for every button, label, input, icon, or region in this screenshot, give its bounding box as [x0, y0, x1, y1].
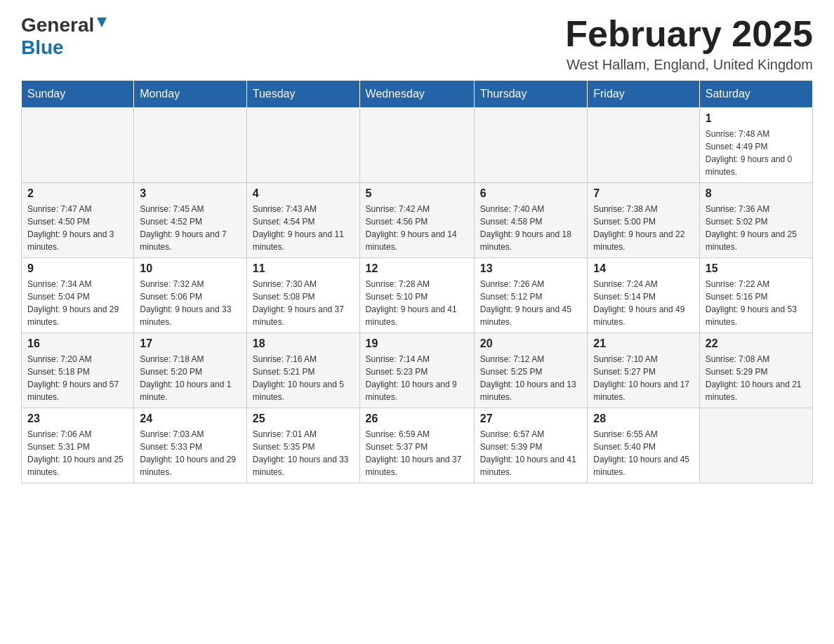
- calendar-cell: 28Sunrise: 6:55 AMSunset: 5:40 PMDayligh…: [588, 408, 699, 483]
- calendar-cell: 20Sunrise: 7:12 AMSunset: 5:25 PMDayligh…: [474, 333, 587, 408]
- day-info: Sunrise: 7:42 AMSunset: 4:56 PMDaylight:…: [366, 203, 468, 253]
- day-number: 16: [27, 337, 128, 350]
- day-number: 6: [480, 187, 581, 200]
- day-number: 1: [706, 112, 807, 125]
- calendar-cell: [474, 108, 587, 183]
- day-info: Sunrise: 6:57 AMSunset: 5:39 PMDaylight:…: [480, 428, 581, 478]
- day-info: Sunrise: 7:38 AMSunset: 5:00 PMDaylight:…: [593, 203, 693, 253]
- calendar-header-sunday: Sunday: [22, 81, 134, 108]
- calendar-cell: 19Sunrise: 7:14 AMSunset: 5:23 PMDayligh…: [359, 333, 474, 408]
- calendar-week-row: 23Sunrise: 7:06 AMSunset: 5:31 PMDayligh…: [22, 408, 813, 483]
- day-number: 26: [366, 412, 468, 425]
- calendar-cell: 24Sunrise: 7:03 AMSunset: 5:33 PMDayligh…: [134, 408, 247, 483]
- day-number: 17: [140, 337, 241, 350]
- day-number: 10: [140, 262, 241, 275]
- day-number: 7: [593, 187, 693, 200]
- day-info: Sunrise: 7:43 AMSunset: 4:54 PMDaylight:…: [253, 203, 354, 253]
- day-info: Sunrise: 7:34 AMSunset: 5:04 PMDaylight:…: [27, 278, 128, 328]
- location-text: West Hallam, England, United Kingdom: [565, 57, 813, 73]
- calendar-cell: 12Sunrise: 7:28 AMSunset: 5:10 PMDayligh…: [359, 258, 474, 333]
- calendar-cell: 9Sunrise: 7:34 AMSunset: 5:04 PMDaylight…: [22, 258, 134, 333]
- calendar-cell: [359, 108, 474, 183]
- day-number: 12: [366, 262, 468, 275]
- calendar-cell: 21Sunrise: 7:10 AMSunset: 5:27 PMDayligh…: [588, 333, 699, 408]
- day-number: 2: [27, 187, 128, 200]
- calendar-header-monday: Monday: [134, 81, 247, 108]
- day-info: Sunrise: 7:45 AMSunset: 4:52 PMDaylight:…: [140, 203, 241, 253]
- logo-arrow-icon: [94, 15, 110, 33]
- svg-marker-0: [97, 18, 107, 27]
- calendar-cell: 2Sunrise: 7:47 AMSunset: 4:50 PMDaylight…: [22, 183, 134, 258]
- calendar-cell: [588, 108, 699, 183]
- day-info: Sunrise: 7:28 AMSunset: 5:10 PMDaylight:…: [366, 278, 468, 328]
- page-header: General Blue February 2025 West Hallam, …: [21, 14, 813, 73]
- calendar-header-tuesday: Tuesday: [246, 81, 359, 108]
- day-number: 3: [140, 187, 241, 200]
- day-number: 5: [366, 187, 468, 200]
- day-number: 24: [140, 412, 241, 425]
- logo-blue-text: Blue: [21, 36, 64, 59]
- day-number: 9: [27, 262, 128, 275]
- day-info: Sunrise: 7:08 AMSunset: 5:29 PMDaylight:…: [706, 353, 807, 403]
- day-info: Sunrise: 7:32 AMSunset: 5:06 PMDaylight:…: [140, 278, 241, 328]
- day-info: Sunrise: 7:30 AMSunset: 5:08 PMDaylight:…: [253, 278, 354, 328]
- calendar-week-row: 16Sunrise: 7:20 AMSunset: 5:18 PMDayligh…: [22, 333, 813, 408]
- day-info: Sunrise: 7:20 AMSunset: 5:18 PMDaylight:…: [27, 353, 128, 403]
- day-info: Sunrise: 7:47 AMSunset: 4:50 PMDaylight:…: [27, 203, 128, 253]
- day-number: 8: [706, 187, 807, 200]
- day-info: Sunrise: 7:26 AMSunset: 5:12 PMDaylight:…: [480, 278, 581, 328]
- day-number: 13: [480, 262, 581, 275]
- calendar-cell: 7Sunrise: 7:38 AMSunset: 5:00 PMDaylight…: [588, 183, 699, 258]
- calendar-header-saturday: Saturday: [699, 81, 812, 108]
- day-info: Sunrise: 7:36 AMSunset: 5:02 PMDaylight:…: [706, 203, 807, 253]
- calendar-cell: 14Sunrise: 7:24 AMSunset: 5:14 PMDayligh…: [588, 258, 699, 333]
- title-section: February 2025 West Hallam, England, Unit…: [565, 14, 813, 73]
- day-info: Sunrise: 7:22 AMSunset: 5:16 PMDaylight:…: [706, 278, 807, 328]
- day-number: 22: [706, 337, 807, 350]
- day-number: 20: [480, 337, 581, 350]
- calendar-cell: 23Sunrise: 7:06 AMSunset: 5:31 PMDayligh…: [22, 408, 134, 483]
- calendar-cell: 26Sunrise: 6:59 AMSunset: 5:37 PMDayligh…: [359, 408, 474, 483]
- day-info: Sunrise: 7:01 AMSunset: 5:35 PMDaylight:…: [253, 428, 354, 478]
- calendar-cell: 15Sunrise: 7:22 AMSunset: 5:16 PMDayligh…: [699, 258, 812, 333]
- day-number: 28: [593, 412, 693, 425]
- day-number: 14: [593, 262, 693, 275]
- calendar-cell: 6Sunrise: 7:40 AMSunset: 4:58 PMDaylight…: [474, 183, 587, 258]
- day-info: Sunrise: 7:48 AMSunset: 4:49 PMDaylight:…: [706, 128, 807, 178]
- calendar-cell: 13Sunrise: 7:26 AMSunset: 5:12 PMDayligh…: [474, 258, 587, 333]
- calendar-cell: [246, 108, 359, 183]
- calendar-cell: 27Sunrise: 6:57 AMSunset: 5:39 PMDayligh…: [474, 408, 587, 483]
- calendar-cell: 5Sunrise: 7:42 AMSunset: 4:56 PMDaylight…: [359, 183, 474, 258]
- calendar-header-row: SundayMondayTuesdayWednesdayThursdayFrid…: [22, 81, 813, 108]
- calendar-cell: 16Sunrise: 7:20 AMSunset: 5:18 PMDayligh…: [22, 333, 134, 408]
- day-number: 25: [253, 412, 354, 425]
- day-info: Sunrise: 7:14 AMSunset: 5:23 PMDaylight:…: [366, 353, 468, 403]
- calendar-cell: [134, 108, 247, 183]
- day-info: Sunrise: 7:16 AMSunset: 5:21 PMDaylight:…: [253, 353, 354, 403]
- logo: General Blue: [21, 14, 110, 59]
- calendar-cell: 22Sunrise: 7:08 AMSunset: 5:29 PMDayligh…: [699, 333, 812, 408]
- calendar-cell: 1Sunrise: 7:48 AMSunset: 4:49 PMDaylight…: [699, 108, 812, 183]
- day-number: 15: [706, 262, 807, 275]
- calendar-cell: 25Sunrise: 7:01 AMSunset: 5:35 PMDayligh…: [246, 408, 359, 483]
- day-info: Sunrise: 7:40 AMSunset: 4:58 PMDaylight:…: [480, 203, 581, 253]
- day-number: 4: [253, 187, 354, 200]
- month-title: February 2025: [565, 14, 813, 54]
- calendar-cell: 8Sunrise: 7:36 AMSunset: 5:02 PMDaylight…: [699, 183, 812, 258]
- calendar-cell: [699, 408, 812, 483]
- calendar-week-row: 9Sunrise: 7:34 AMSunset: 5:04 PMDaylight…: [22, 258, 813, 333]
- calendar-header-wednesday: Wednesday: [359, 81, 474, 108]
- calendar-cell: 11Sunrise: 7:30 AMSunset: 5:08 PMDayligh…: [246, 258, 359, 333]
- calendar-cell: 4Sunrise: 7:43 AMSunset: 4:54 PMDaylight…: [246, 183, 359, 258]
- day-info: Sunrise: 7:24 AMSunset: 5:14 PMDaylight:…: [593, 278, 693, 328]
- day-info: Sunrise: 7:06 AMSunset: 5:31 PMDaylight:…: [27, 428, 128, 478]
- day-number: 23: [27, 412, 128, 425]
- calendar-cell: [22, 108, 134, 183]
- day-number: 27: [480, 412, 581, 425]
- day-info: Sunrise: 7:12 AMSunset: 5:25 PMDaylight:…: [480, 353, 581, 403]
- calendar-cell: 3Sunrise: 7:45 AMSunset: 4:52 PMDaylight…: [134, 183, 247, 258]
- calendar-cell: 17Sunrise: 7:18 AMSunset: 5:20 PMDayligh…: [134, 333, 247, 408]
- calendar-week-row: 1Sunrise: 7:48 AMSunset: 4:49 PMDaylight…: [22, 108, 813, 183]
- day-number: 18: [253, 337, 354, 350]
- calendar-header-friday: Friday: [588, 81, 699, 108]
